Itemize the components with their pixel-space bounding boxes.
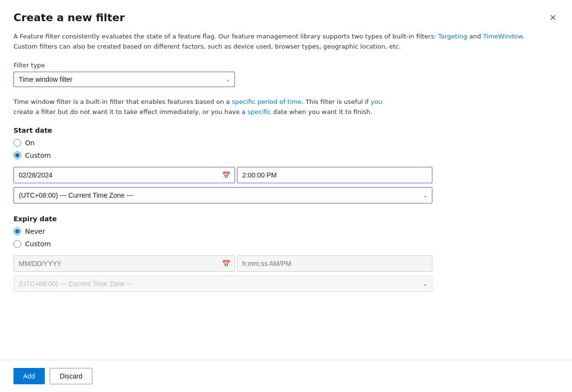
start-date-custom-option[interactable]: Custom (13, 152, 559, 159)
start-date-on-label: On (25, 139, 35, 147)
expiry-time-input[interactable] (237, 255, 432, 272)
start-date-on-radio[interactable] (13, 139, 21, 147)
filter-type-label: Filter type (13, 62, 559, 69)
close-button[interactable]: ✕ (547, 12, 559, 24)
expiry-never-option[interactable]: Never (13, 228, 559, 235)
expiry-date-title: Expiry date (13, 215, 559, 223)
filter-type-select[interactable]: Time window filter (13, 72, 235, 87)
start-time-input[interactable] (237, 167, 432, 183)
start-date-time-row: 📅 (13, 167, 432, 183)
expiry-date-input[interactable] (13, 255, 235, 272)
filter-description-text: Time window filter is a built-in filter … (13, 97, 559, 117)
expiry-date-input-wrapper: 📅 (13, 255, 235, 272)
expiry-date-time-row: 📅 (13, 255, 432, 272)
start-timezone-wrapper: (UTC+08:00) --- Current Time Zone --- ⌄ (13, 187, 432, 203)
start-date-input[interactable] (13, 167, 235, 183)
start-date-section: Start date On Custom 📅 (13, 126, 559, 203)
start-timezone-select[interactable]: (UTC+08:00) --- Current Time Zone --- (13, 187, 432, 203)
filter-type-select-wrapper: Time window filter ⌄ (13, 72, 235, 87)
expiry-timezone-select[interactable]: (UTC+08:00) --- Current Time Zone --- (13, 276, 432, 292)
start-date-custom-label: Custom (25, 152, 51, 159)
expiry-custom-option[interactable]: Custom (13, 240, 559, 248)
start-date-radio-group: On Custom (13, 139, 559, 159)
expiry-date-radio-group: Never Custom (13, 228, 559, 248)
filter-type-section: Filter type Time window filter ⌄ (13, 62, 559, 87)
start-date-on-option[interactable]: On (13, 139, 559, 147)
dialog-header: Create a new filter ✕ (13, 12, 559, 24)
expiry-never-radio[interactable] (13, 228, 21, 235)
expiry-custom-radio[interactable] (13, 240, 21, 248)
expiry-timezone-wrapper: (UTC+08:00) --- Current Time Zone --- ⌄ (13, 276, 432, 292)
add-button[interactable]: Add (13, 368, 45, 384)
footer: Add Discard (0, 360, 572, 392)
close-icon: ✕ (549, 13, 557, 23)
discard-button[interactable]: Discard (50, 368, 92, 384)
start-date-custom-radio[interactable] (13, 152, 21, 159)
expiry-date-section: Expiry date Never Custom 📅 (13, 215, 559, 292)
description-text: A Feature filter consistently evaluates … (13, 32, 559, 52)
content-area: A Feature filter consistently evaluates … (13, 32, 559, 360)
expiry-custom-label: Custom (25, 240, 51, 248)
create-filter-dialog: Create a new filter ✕ A Feature filter c… (0, 0, 572, 392)
expiry-never-label: Never (25, 228, 45, 235)
start-date-input-wrapper: 📅 (13, 167, 235, 183)
start-date-title: Start date (13, 126, 559, 134)
dialog-title: Create a new filter (13, 12, 125, 24)
